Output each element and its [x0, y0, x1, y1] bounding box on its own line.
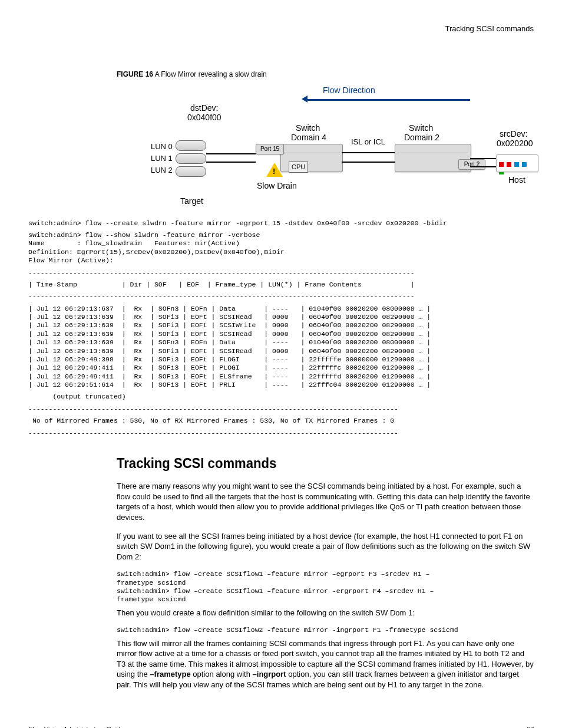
figure-label: FIGURE 16 [117, 70, 153, 78]
running-header: Tracking SCSI commands [28, 24, 534, 34]
flow-diagram: Flow Direction dstDev: 0x040f00 srcDev: … [117, 86, 562, 216]
lun0-label: LUN 0 [151, 141, 173, 152]
port2-box: Port 2 [458, 159, 485, 170]
switch2-label-b: Domain 2 [404, 132, 439, 143]
flow-direction-arrow [305, 99, 470, 101]
table-truncated: (output truncated) [28, 393, 534, 401]
footer-title: Flow Vision Administrators Guide [28, 725, 123, 728]
cpu-box: CPU [289, 162, 308, 173]
table-footer-div: ----------------------------------------… [28, 405, 534, 413]
paragraph: If you want to see all the SCSI frames b… [117, 531, 534, 562]
srcdev-value: 0x020200 [497, 138, 533, 149]
isl-arrow-bot [342, 162, 395, 163]
table-summary: No of Mirrored Frames : 530, No of RX Mi… [28, 417, 534, 425]
cli-block: switch:admin> flow –create SCSIflow1 –fe… [117, 570, 534, 604]
page-number: 87 [527, 725, 534, 728]
host-arrow-top [470, 158, 496, 159]
target-arrow-bot [206, 162, 256, 163]
isl-label: ISL or ICL [351, 137, 385, 147]
table-divider: ----------------------------------------… [28, 269, 534, 277]
lun-disk-icon [176, 153, 206, 164]
target-label: Target [180, 196, 203, 207]
cli-show-header: switch:admin> flow --show slwdrn -featur… [28, 231, 534, 265]
table-rows: | Jul 12 06:29:13:637 | Rx | SOFn3 | EOF… [28, 305, 534, 390]
target-arrow-top [206, 153, 256, 154]
table-divider: ----------------------------------------… [28, 292, 534, 301]
lun1-label: LUN 1 [151, 153, 173, 164]
switch4-label-b: Domain 4 [291, 132, 326, 143]
paragraph-text: option along with [191, 670, 253, 678]
option-ingrport: –ingrport [253, 670, 286, 678]
slow-drain-label: Slow Drain [257, 180, 297, 192]
port15-box: Port 15 [256, 144, 284, 154]
host-box [496, 154, 538, 172]
host-label: Host [508, 174, 525, 186]
cli-block: switch:admin> flow –create SCSIflow2 -fe… [117, 626, 534, 634]
lun2-label: LUN 2 [151, 165, 173, 176]
option-frametype: –frametype [150, 670, 190, 678]
paragraph: There are many reasons why you might wan… [117, 481, 534, 522]
table-footer-div: ----------------------------------------… [28, 429, 534, 437]
figure-caption: FIGURE 16 A Flow Mirror revealing a slow… [117, 70, 534, 79]
figure-caption-text: A Flow Mirror revealing a slow drain [155, 70, 267, 78]
page-footer: Flow Vision Administrators Guide 53-1003… [28, 725, 534, 728]
paragraph: This flow will mirror all the frames con… [117, 638, 534, 690]
warning-triangle-icon: ! [266, 163, 283, 177]
lun-stack [176, 140, 206, 179]
flow-direction-label: Flow Direction [323, 85, 375, 96]
lun-disk-icon [176, 166, 206, 177]
lun-disk-icon [176, 140, 206, 151]
dstdev-value: 0x040f00 [187, 112, 222, 123]
cli-create-command: switch:admin> flow --create slwdrn -feat… [28, 219, 534, 228]
section-heading: Tracking SCSI commands [117, 454, 500, 473]
arrow-head-left-icon [302, 95, 308, 103]
table-header-row: | Time-Stamp | Dir | SOF | EOF | Frame_t… [28, 281, 534, 289]
host-arrow-bot [470, 166, 496, 167]
paragraph: Then you would create a flow definition … [117, 608, 534, 618]
isl-arrow-top [342, 152, 395, 153]
